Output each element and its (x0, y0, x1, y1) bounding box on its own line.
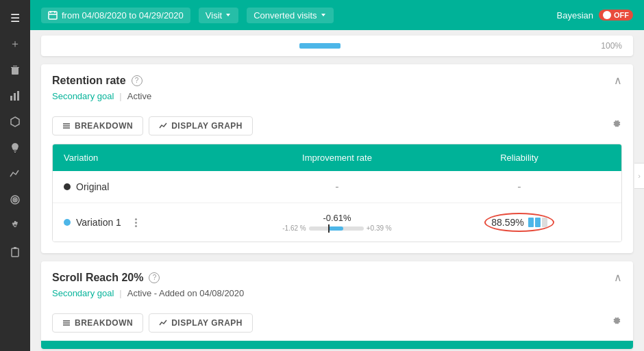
right-panel-toggle[interactable]: › (634, 163, 644, 189)
sidebar-chart-icon[interactable] (3, 83, 27, 108)
header-variation: Variation (64, 153, 246, 163)
variation1-improvement-value: -0.61% (323, 213, 351, 223)
svg-rect-0 (10, 96, 12, 101)
sidebar-bulb-icon[interactable] (3, 135, 27, 160)
scroll-secondary-goal-link[interactable]: Secondary goal (52, 288, 114, 298)
scroll-display-graph-label: DISPLAY GRAPH (171, 318, 243, 328)
display-graph-button[interactable]: DISPLAY GRAPH (149, 116, 253, 135)
converted-visits-select[interactable]: Converted visits (247, 8, 333, 23)
variation1-menu[interactable] (132, 216, 140, 230)
header-reliability: Reliability (428, 153, 610, 163)
scroll-card-meta: Secondary goal | Active - Added on 04/08… (41, 288, 633, 308)
svg-marker-12 (226, 14, 230, 16)
scroll-breakdown-button[interactable]: BREAKDOWN (52, 313, 143, 333)
retention-card-actions: BREAKDOWN DISPLAY GRAPH (41, 111, 633, 144)
breakdown-label: BREAKDOWN (75, 121, 133, 131)
original-variation-cell: Original (64, 181, 246, 192)
original-reliability-cell: - (428, 181, 610, 193)
original-improvement-cell: - (246, 181, 428, 193)
scroll-collapse-btn[interactable]: ∧ (614, 271, 622, 284)
bayesian-toggle[interactable]: Bayesian OFF (557, 10, 633, 21)
partial-progress-bar (299, 43, 340, 49)
sidebar-menu-icon[interactable]: ☰ (3, 5, 27, 30)
visit-select[interactable]: Visit (199, 8, 238, 23)
retention-card-meta: Secondary goal | Active (41, 91, 633, 111)
ellipsis-dot-3 (135, 225, 137, 227)
ellipsis-dot-2 (135, 222, 137, 224)
main-content: 100% Retention rate ? ∧ Secondary goal |… (30, 30, 644, 351)
original-dot (64, 183, 71, 190)
active-label: Active (127, 91, 151, 101)
retention-card-header: Retention rate ? ∧ (41, 64, 633, 91)
ellipsis-menu[interactable] (132, 216, 140, 230)
rel-bar-3 (542, 218, 547, 227)
variation1-improvement-cell: -0.61% -1.62 % +0.39 % (246, 213, 428, 232)
table-header: Variation Improvement rate Reliability (53, 144, 621, 171)
scroll-help-icon[interactable]: ? (149, 272, 160, 283)
secondary-goal-link[interactable]: Secondary goal (52, 91, 114, 101)
sidebar-graph-icon[interactable] (3, 161, 27, 186)
reliability-value: 88.59% (491, 217, 523, 228)
sidebar-hex-icon[interactable] (3, 109, 27, 134)
retention-table: Variation Improvement rate Reliability O… (52, 144, 622, 242)
sidebar-clipboard-icon[interactable] (3, 239, 27, 264)
improvement-bar-marker (328, 224, 330, 233)
svg-rect-2 (17, 91, 19, 101)
reliability-circle: 88.59% (484, 213, 554, 232)
svg-point-6 (14, 199, 16, 200)
reliability-bars (528, 218, 547, 227)
improvement-bar-container: -1.62 % +0.39 % (282, 224, 391, 232)
original-label: Original (76, 181, 109, 192)
converted-visits-label: Converted visits (253, 10, 317, 21)
visit-label: Visit (206, 10, 222, 21)
header-improvement: Improvement rate (246, 153, 428, 163)
retention-collapse-btn[interactable]: ∧ (614, 74, 622, 87)
retention-card-title: Retention rate (52, 75, 126, 87)
breakdown-button[interactable]: BREAKDOWN (52, 116, 143, 135)
scroll-card-actions: BREAKDOWN DISPLAY GRAPH (41, 308, 633, 341)
scroll-gear-icon[interactable] (611, 316, 622, 330)
sidebar-trash-icon[interactable] (3, 57, 27, 82)
meta-separator: | (119, 91, 121, 101)
svg-rect-8 (49, 12, 57, 19)
original-reliability-dash: - (517, 181, 521, 193)
retention-gear-icon[interactable] (611, 119, 622, 133)
scroll-active-label: Active - Added on 04/08/2020 (127, 288, 245, 298)
sidebar-target-icon[interactable] (3, 187, 27, 212)
table-row: Variation 1 -0.61% -1.62 % (53, 203, 621, 242)
variation1-dot (64, 219, 71, 226)
partial-value: 100% (601, 41, 622, 51)
display-graph-label: DISPLAY GRAPH (171, 121, 243, 131)
scroll-reach-card: Scroll Reach 20% ? ∧ Secondary goal | Ac… (41, 261, 633, 349)
original-improvement-dash: - (335, 181, 338, 193)
range-right: +0.39 % (367, 224, 392, 232)
toggle-off-badge[interactable]: OFF (599, 10, 633, 21)
scroll-card-title: Scroll Reach 20% (52, 272, 143, 284)
variation1-reliability-cell: 88.59% (428, 213, 610, 232)
scroll-table-header-strip (41, 341, 633, 349)
retention-help-icon[interactable]: ? (132, 75, 143, 86)
variation1-cell: Variation 1 (64, 216, 246, 230)
svg-rect-7 (12, 248, 18, 257)
svg-marker-13 (321, 14, 325, 16)
scroll-meta-sep: | (119, 288, 121, 298)
ellipsis-dot-1 (135, 218, 137, 220)
sidebar-add-icon[interactable]: ＋ (3, 31, 27, 56)
action-buttons: BREAKDOWN DISPLAY GRAPH (52, 116, 253, 135)
table-row: Original - - (53, 171, 621, 203)
svg-marker-3 (11, 117, 19, 127)
range-left: -1.62 % (282, 224, 306, 232)
sidebar-gear-icon[interactable] (3, 213, 27, 238)
scroll-breakdown-label: BREAKDOWN (75, 318, 133, 328)
scroll-display-graph-button[interactable]: DISPLAY GRAPH (149, 313, 253, 333)
toggle-circle (603, 11, 611, 19)
rel-bar-1 (528, 218, 534, 227)
improvement-bar (309, 226, 364, 231)
scroll-action-buttons: BREAKDOWN DISPLAY GRAPH (52, 313, 253, 333)
content-wrapper: from 04/08/2020 to 04/29/2020 Visit Conv… (30, 0, 644, 351)
svg-rect-1 (14, 93, 16, 101)
retention-rate-card: Retention rate ? ∧ Secondary goal | Acti… (41, 64, 633, 253)
variation1-label: Variation 1 (76, 217, 121, 228)
scroll-title-row: Scroll Reach 20% ? (52, 272, 160, 284)
date-filter[interactable]: from 04/08/2020 to 04/29/2020 (41, 8, 190, 23)
